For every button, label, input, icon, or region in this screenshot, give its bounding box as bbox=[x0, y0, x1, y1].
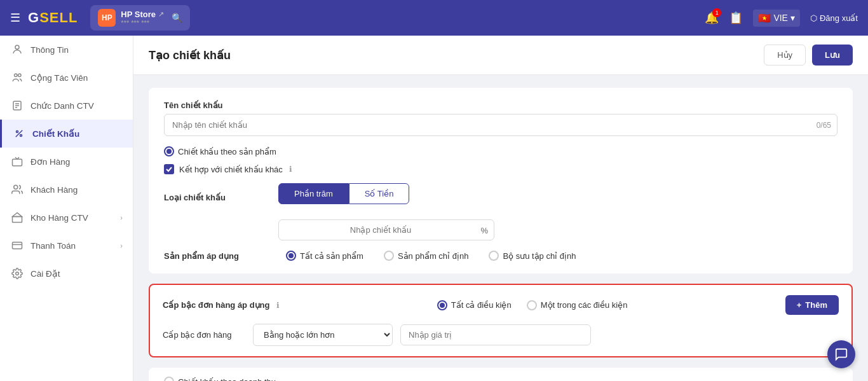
combine-label: Kết hợp với chiết khấu khác bbox=[179, 165, 283, 174]
order-rank-label: Cấp bậc đơn hàng áp dụng bbox=[163, 300, 270, 310]
discount-name-label: Tên chiết khấu bbox=[164, 100, 837, 110]
sidebar-label: Thông Tin bbox=[31, 45, 69, 55]
sidebar: Thông Tin Cộng Tác Viên Chức Danh CTV Ch… bbox=[0, 36, 133, 381]
sidebar-label: Cộng Tác Viên bbox=[31, 73, 88, 83]
radio-one-condition-label: Một trong các điều kiện bbox=[541, 300, 628, 310]
order-rank-header: Cấp bậc đơn hàng áp dụng ℹ Tất cả điều k… bbox=[163, 295, 839, 315]
sidebar-item-chiet-khau[interactable]: Chiết Khấu bbox=[0, 120, 133, 148]
radio-one-condition-circle bbox=[527, 300, 537, 310]
discount-type-buttons: Phần trăm Số Tiền bbox=[278, 183, 409, 204]
store-stars: *** *** *** bbox=[121, 19, 164, 27]
combine-info-icon[interactable]: ℹ bbox=[289, 165, 292, 174]
type-money-button[interactable]: Số Tiền bbox=[349, 183, 410, 204]
radio-specific-products-circle bbox=[384, 251, 394, 261]
radio-all-products[interactable]: Tất cả sản phẩm bbox=[286, 251, 363, 261]
header-icons: 🔔 1 📋 🇻🇳 VIE ▾ ⬡ Đăng xuất bbox=[705, 10, 858, 27]
sidebar-label: Đơn Hàng bbox=[31, 156, 70, 167]
radio-all-conditions-label: Tất cả điều kiện bbox=[451, 300, 512, 310]
sidebar-item-thanh-toan[interactable]: Thanh Toán › bbox=[0, 232, 133, 260]
order-rank-value-input[interactable] bbox=[400, 324, 591, 345]
svg-point-1 bbox=[15, 74, 18, 77]
bell-badge: 1 bbox=[712, 8, 721, 17]
svg-rect-13 bbox=[13, 242, 22, 249]
chat-bubble[interactable] bbox=[827, 340, 855, 368]
main-layout: Thông Tin Cộng Tác Viên Chức Danh CTV Ch… bbox=[0, 36, 868, 381]
sidebar-item-cong-tac-vien[interactable]: Cộng Tác Viên bbox=[0, 64, 133, 92]
chat-icon bbox=[834, 347, 848, 361]
discount-value-input[interactable] bbox=[278, 219, 494, 240]
order-rank-options: Tất cả điều kiện Một trong các điều kiện bbox=[437, 300, 628, 310]
sidebar-item-cai-dat[interactable]: Cài Đặt bbox=[0, 260, 133, 287]
radio-one-condition[interactable]: Một trong các điều kiện bbox=[527, 300, 628, 310]
radio-specific-products[interactable]: Sản phẩm chỉ định bbox=[384, 251, 468, 261]
discount-type-row: Loại chiết khấu Phần trăm Số Tiền bbox=[164, 183, 837, 212]
clipboard-icon[interactable]: 📋 bbox=[729, 11, 743, 25]
radio-collection-label: Bộ sưu tập chỉ định bbox=[503, 251, 576, 261]
percent-icon bbox=[12, 127, 26, 141]
sidebar-item-kho-hang-ctv[interactable]: Kho Hàng CTV › bbox=[0, 204, 133, 232]
combine-checkbox[interactable] bbox=[164, 164, 174, 174]
settings-icon bbox=[10, 267, 24, 281]
sidebar-item-thong-tin[interactable]: Thông Tin bbox=[0, 36, 133, 64]
discount-suffix: % bbox=[480, 225, 488, 235]
people-icon bbox=[10, 71, 24, 85]
radio-all-products-label: Tất cả sản phẩm bbox=[300, 251, 363, 261]
radio-by-revenue[interactable]: Chiết khấu theo doanh thu bbox=[164, 377, 837, 381]
sidebar-label: Chiết Khấu bbox=[32, 128, 79, 139]
form-content: Tên chiết khấu 0/65 Chiết khấu theo sản … bbox=[133, 75, 868, 381]
badge-icon bbox=[10, 99, 24, 113]
store-search-icon[interactable]: 🔍 bbox=[172, 13, 182, 23]
save-button[interactable]: Lưu bbox=[812, 45, 853, 66]
radio-all-conditions[interactable]: Tất cả điều kiện bbox=[437, 300, 512, 310]
add-label: Thêm bbox=[805, 300, 827, 310]
order-rank-field-label: Cấp bậc đơn hàng bbox=[163, 330, 245, 340]
sidebar-item-khach-hang[interactable]: Khách Hàng bbox=[0, 176, 133, 204]
cancel-button[interactable]: Hủy bbox=[764, 45, 806, 66]
header-actions: Hủy Lưu bbox=[764, 45, 853, 66]
lang-dropdown-icon: ▾ bbox=[790, 13, 795, 23]
discount-input-wrapper: % bbox=[278, 219, 494, 240]
discount-name-input[interactable] bbox=[164, 114, 837, 136]
add-button[interactable]: + Thêm bbox=[785, 295, 839, 315]
sidebar-label: Chức Danh CTV bbox=[31, 100, 94, 111]
notification-bell[interactable]: 🔔 1 bbox=[705, 11, 719, 25]
store-name: HP Store bbox=[121, 10, 156, 19]
store-icon: HP bbox=[98, 9, 116, 27]
sidebar-item-don-hang[interactable]: Đơn Hàng bbox=[0, 148, 133, 176]
store-info[interactable]: HP HP Store ↗ *** *** *** 🔍 bbox=[90, 5, 190, 31]
chevron-right-icon: › bbox=[120, 242, 123, 249]
svg-point-7 bbox=[17, 131, 18, 133]
combine-checkbox-group: Kết hợp với chiết khấu khác ℹ bbox=[164, 164, 837, 174]
svg-point-0 bbox=[15, 45, 19, 49]
radio-by-product-circle bbox=[164, 146, 174, 156]
radio-all-products-circle bbox=[286, 251, 296, 261]
radio-by-revenue-circle bbox=[164, 377, 174, 381]
svg-point-15 bbox=[16, 272, 19, 275]
radio-by-product-label: Chiết khấu theo sản phẩm bbox=[178, 147, 276, 156]
sidebar-label: Cài Đặt bbox=[31, 268, 60, 279]
flag-icon: 🇻🇳 bbox=[758, 12, 771, 24]
page-title: Tạo chiết khấu bbox=[149, 48, 231, 62]
svg-rect-12 bbox=[13, 217, 22, 223]
order-rank-info-icon[interactable]: ℹ bbox=[276, 301, 280, 310]
products-apply-label: Sản phẩm áp dụng bbox=[164, 251, 266, 261]
logout-label: Đăng xuất bbox=[820, 13, 858, 23]
logout-button[interactable]: ⬡ Đăng xuất bbox=[810, 13, 858, 23]
radio-specific-products-label: Sản phẩm chỉ định bbox=[398, 251, 468, 261]
content-area: Tạo chiết khấu Hủy Lưu Tên chiết khấu 0/… bbox=[133, 36, 868, 381]
hamburger-icon[interactable]: ☰ bbox=[10, 11, 20, 25]
logout-icon: ⬡ bbox=[810, 13, 817, 23]
radio-collection-circle bbox=[489, 251, 499, 261]
radio-by-product[interactable]: Chiết khấu theo sản phẩm bbox=[164, 146, 276, 156]
type-percent-button[interactable]: Phần trăm bbox=[278, 183, 349, 204]
svg-point-8 bbox=[20, 135, 22, 137]
chevron-right-icon: › bbox=[120, 214, 123, 221]
product-apply-row: Sản phẩm áp dụng Tất cả sản phẩm Sản phẩ… bbox=[164, 251, 837, 261]
box-icon bbox=[10, 155, 24, 169]
language-selector[interactable]: 🇻🇳 VIE ▾ bbox=[753, 10, 800, 27]
top-header: ☰ GSELL HP HP Store ↗ *** *** *** 🔍 🔔 1 … bbox=[0, 0, 868, 36]
discount-input-row: % bbox=[278, 219, 837, 240]
order-rank-select[interactable]: Bằng hoặc lớn hơn Nhỏ hơn Bằng bbox=[253, 324, 393, 346]
radio-collection[interactable]: Bộ sưu tập chỉ định bbox=[489, 251, 576, 261]
sidebar-item-chuc-danh-ctv[interactable]: Chức Danh CTV bbox=[0, 92, 133, 120]
